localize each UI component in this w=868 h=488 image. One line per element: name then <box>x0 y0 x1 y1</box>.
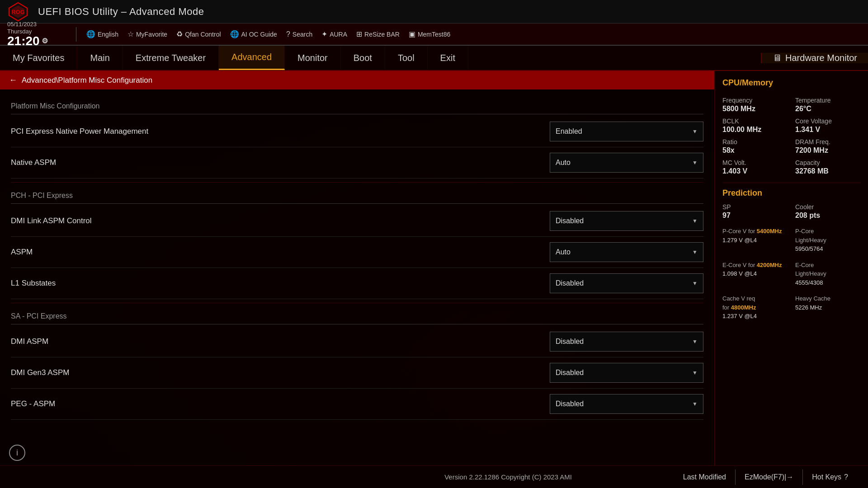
pci-express-native-control[interactable]: Enabled ▼ <box>550 122 703 141</box>
peg-aspm-dropdown[interactable]: Disabled ▼ <box>550 394 703 414</box>
hw-dram-freq-value: 7200 MHz <box>795 146 861 155</box>
footer-last-modified[interactable]: Last Modified <box>674 469 736 485</box>
dmi-link-control[interactable]: Disabled ▼ <box>550 211 703 231</box>
toolbar-english[interactable]: 🌐 English <box>82 28 123 40</box>
pred-cache-v-label: Cache V reqfor 4800MHz <box>722 294 788 312</box>
toolbar-aura[interactable]: ✦ AURA <box>317 28 352 40</box>
nav-item-exit[interactable]: Exit <box>428 46 468 70</box>
pred-ecore-v-label: E-Core V for 4200MHz <box>722 261 788 270</box>
app-title: UEFI BIOS Utility – Advanced Mode <box>38 6 204 18</box>
toolbar-qfan[interactable]: ♻ Qfan Control <box>172 28 225 40</box>
hw-core-voltage-value: 1.341 V <box>795 126 861 134</box>
pred-ecore-freq: 4200MHz <box>757 262 782 268</box>
globe-icon: 🌐 <box>86 30 95 38</box>
peg-aspm-label: PEG - ASPM <box>11 399 550 408</box>
dmi-aspm-label: DMI ASPM <box>11 337 550 346</box>
dmi-gen3-dropdown[interactable]: Disabled ▼ <box>550 363 703 383</box>
hw-stat-ratio: Ratio 58x <box>722 138 788 155</box>
pred-heavy-cache: Heavy Cache 5226 MHz <box>795 294 861 321</box>
native-aspm-control[interactable]: Auto ▼ <box>550 153 703 173</box>
native-aspm-dropdown[interactable]: Auto ▼ <box>550 153 703 173</box>
rog-logo: ROG <box>7 2 29 22</box>
nav-item-tool[interactable]: Tool <box>385 46 428 70</box>
main-layout: ← Advanced\Platform Misc Configuration P… <box>0 71 868 466</box>
pred-ecore-grid: E-Core V for 4200MHz 1.098 V @L4 E-CoreL… <box>722 261 861 287</box>
footer-ezmode[interactable]: EzMode(F7)|→ <box>736 469 803 485</box>
dmi-aspm-control[interactable]: Disabled ▼ <box>550 332 703 352</box>
pred-cache-row: Cache V reqfor 4800MHz 1.237 V @L4 Heavy… <box>722 294 861 321</box>
pci-express-native-dropdown[interactable]: Enabled ▼ <box>550 122 703 141</box>
dmi-gen3-control[interactable]: Disabled ▼ <box>550 363 703 383</box>
dmi-link-dropdown[interactable]: Disabled ▼ <box>550 211 703 231</box>
pred-pcore-freq: 5400MHz <box>757 228 782 235</box>
footer-right: Last Modified EzMode(F7)|→ Hot Keys ? <box>674 469 857 485</box>
hw-frequency-value: 5800 MHz <box>722 105 788 113</box>
hw-stat-capacity: Capacity 32768 MB <box>795 159 861 175</box>
toolbar-search[interactable]: ? Search <box>282 28 317 40</box>
dmi-aspm-dropdown[interactable]: Disabled ▼ <box>550 332 703 352</box>
toolbar-memtest-label: MemTest86 <box>418 31 450 38</box>
section-sa-pci: SA - PCI Express <box>11 307 703 324</box>
nav-item-advanced[interactable]: Advanced <box>219 46 285 70</box>
hw-capacity-value: 32768 MB <box>795 167 861 175</box>
nav-bar: My Favorites Main Extreme Tweaker Advanc… <box>0 46 868 71</box>
toolbar-aura-label: AURA <box>330 31 347 38</box>
toolbar-aioc[interactable]: 🌐 AI OC Guide <box>226 28 282 40</box>
cpu-memory-title: CPU/Memory <box>722 78 861 90</box>
pred-pcore-grid: P-Core V for 5400MHz 1.279 V @L4 P-CoreL… <box>722 227 861 253</box>
pred-heavy-cache-val: 5226 MHz <box>795 303 861 312</box>
monitor-icon: 🖥 <box>773 53 782 63</box>
dropdown-arrow-7: ▼ <box>692 370 698 376</box>
separator-1 <box>11 182 703 183</box>
l1-substates-control[interactable]: Disabled ▼ <box>550 273 703 293</box>
pred-pcore-v-label: P-Core V for 5400MHz <box>722 227 788 236</box>
pred-sp-label: SP <box>722 203 788 211</box>
pred-pcore-v-val: 1.279 V @L4 <box>722 236 788 245</box>
pred-sp-value: 97 <box>722 211 788 220</box>
footer-hotkeys[interactable]: Hot Keys ? <box>803 469 857 485</box>
aspm-dropdown[interactable]: Auto ▼ <box>550 242 703 262</box>
pred-ecore-lh-label: E-CoreLight/Heavy <box>795 261 861 278</box>
dropdown-arrow-2: ▼ <box>692 160 698 166</box>
pred-cooler: Cooler 208 pts <box>795 203 861 220</box>
pred-pcore-lh: P-CoreLight/Heavy 5950/5764 <box>795 227 861 253</box>
pred-ecore-lh: E-CoreLight/Heavy 4555/4308 <box>795 261 861 287</box>
pred-pcore-lh-val: 5950/5764 <box>795 244 861 253</box>
nav-item-extremetweaker[interactable]: Extreme Tweaker <box>123 46 219 70</box>
peg-aspm-control[interactable]: Disabled ▼ <box>550 394 703 414</box>
hw-stat-core-voltage: Core Voltage 1.341 V <box>795 117 861 134</box>
info-icon-area: i <box>9 445 25 461</box>
toolbar-english-label: English <box>98 31 118 38</box>
content-area: ← Advanced\Platform Misc Configuration P… <box>0 71 714 466</box>
resize-icon: ⊞ <box>356 30 362 38</box>
setting-row-dmi-gen3: DMI Gen3 ASPM Disabled ▼ <box>11 357 703 389</box>
aspm-control[interactable]: Auto ▼ <box>550 242 703 262</box>
nav-item-boot[interactable]: Boot <box>341 46 385 70</box>
svg-text:ROG: ROG <box>11 9 25 15</box>
nav-item-myfavorites[interactable]: My Favorites <box>0 46 77 70</box>
toolbar-myfavorite-label: MyFavorite <box>136 31 167 38</box>
l1-substates-dropdown[interactable]: Disabled ▼ <box>550 273 703 293</box>
nav-item-monitor[interactable]: Monitor <box>285 46 341 70</box>
pred-sp: SP 97 <box>722 203 788 220</box>
settings-icon[interactable]: ⚙ <box>42 38 48 45</box>
logo-area: ROG <box>7 2 29 22</box>
toolbar-resizebar-label: ReSize BAR <box>364 31 400 38</box>
datetime-display: 05/11/2023 Thursday 21:20 ⚙ <box>7 21 61 47</box>
aspm-label: ASPM <box>11 248 550 257</box>
native-aspm-label: Native ASPM <box>11 158 550 167</box>
hw-bclk-label: BCLK <box>722 117 788 125</box>
pred-pcore-lh-label: P-CoreLight/Heavy <box>795 227 861 244</box>
hw-stat-temperature: Temperature 26°C <box>795 97 861 113</box>
hw-capacity-label: Capacity <box>795 159 861 166</box>
toolbar-memtest[interactable]: ▣ MemTest86 <box>404 28 455 40</box>
nav-item-main[interactable]: Main <box>77 46 123 70</box>
setting-row-peg-aspm: PEG - ASPM Disabled ▼ <box>11 389 703 420</box>
back-arrow[interactable]: ← <box>9 75 17 85</box>
info-button[interactable]: i <box>9 445 25 461</box>
toolbar-myfavorite[interactable]: ☆ MyFavorite <box>123 28 172 40</box>
toolbar-resizebar[interactable]: ⊞ ReSize BAR <box>352 28 404 40</box>
toolbar-search-label: Search <box>292 31 312 38</box>
hw-stat-mc-volt: MC Volt. 1.403 V <box>722 159 788 175</box>
pred-cooler-value: 208 pts <box>795 211 861 220</box>
